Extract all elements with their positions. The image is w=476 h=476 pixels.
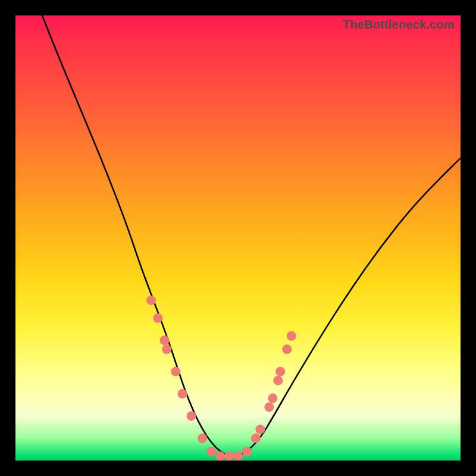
data-marker [160,336,170,345]
data-marker [268,393,277,403]
data-marker [206,447,216,456]
bottleneck-curve [42,15,461,456]
data-marker [178,389,187,399]
chart-frame: TheBottleneck.com [0,0,476,476]
data-marker [171,367,180,376]
data-marker [162,345,171,354]
data-marker [251,434,261,443]
data-marker [233,452,243,461]
data-marker [282,345,292,354]
data-marker [146,296,156,305]
data-marker [187,411,196,421]
data-marker [275,367,285,376]
data-marker [215,452,225,461]
curve-svg [15,15,461,461]
data-marker [198,434,207,443]
data-marker [255,425,265,434]
data-marker [242,447,252,456]
data-marker [264,402,274,412]
data-markers [146,296,296,461]
data-marker [273,375,283,385]
data-marker [287,331,296,341]
data-marker [224,452,234,461]
plot-area: TheBottleneck.com [15,15,461,461]
data-marker [153,314,162,323]
